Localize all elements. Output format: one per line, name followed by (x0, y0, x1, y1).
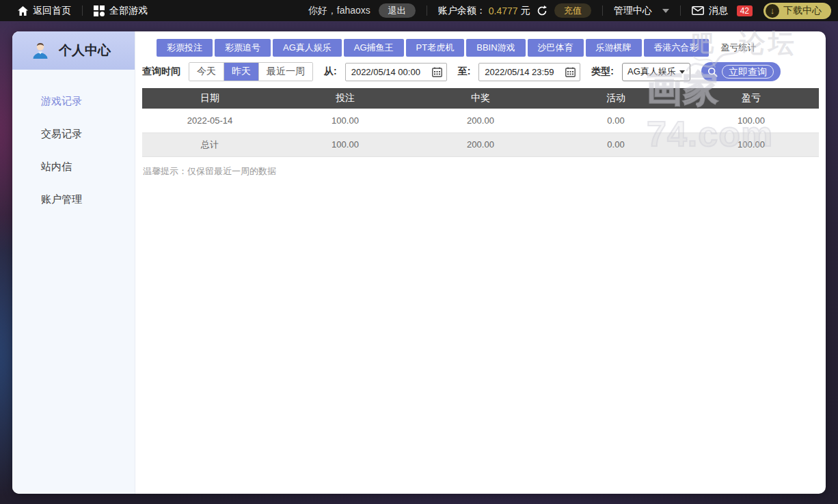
sidebar-item-site-messages[interactable]: 站内信 (12, 150, 135, 183)
messages-count-badge: 42 (737, 5, 753, 16)
recharge-button[interactable]: 充值 (554, 3, 591, 18)
filter-today-button[interactable]: 今天 (189, 63, 224, 81)
quick-range-group: 今天 昨天 最近一周 (189, 62, 313, 81)
tab-bbin-games[interactable]: BBIN游戏 (466, 39, 525, 57)
tab-ag-live[interactable]: AG真人娱乐 (273, 39, 342, 57)
balance-label: 账户余额： (438, 5, 486, 17)
col-header-win: 中奖 (413, 88, 548, 109)
cell-bet: 100.00 (278, 109, 413, 132)
retention-tip: 温馨提示：仅保留最近一周的数据 (143, 165, 819, 178)
query-button[interactable]: 立即查询 (701, 62, 781, 81)
home-link[interactable]: 返回首页 (18, 5, 71, 17)
download-icon: ↓ (766, 4, 779, 18)
cell-total-profit: 100.00 (684, 132, 819, 156)
topbar-divider (602, 5, 603, 16)
avatar (30, 40, 51, 61)
all-games-icon (94, 5, 105, 16)
cell-win: 200.00 (413, 109, 548, 132)
to-date-field (478, 63, 580, 81)
calendar-icon[interactable] (565, 67, 576, 77)
all-games-label: 全部游戏 (109, 5, 148, 17)
table-row: 2022-05-14 100.00 200.00 0.00 100.00 (142, 109, 819, 132)
personal-center-panel: 个人中心 游戏记录 交易记录 站内信 账户管理 彩票投注 彩票追号 AG真人娱乐… (12, 31, 826, 494)
from-date-input[interactable] (351, 67, 428, 77)
sidebar-item-transaction-records[interactable]: 交易记录 (12, 117, 135, 150)
type-select-value: AG真人娱乐 (627, 66, 676, 78)
col-header-activity: 活动 (548, 88, 684, 109)
cell-total-activity: 0.00 (548, 132, 684, 156)
to-date-input[interactable] (485, 67, 561, 77)
game-records-table: 日期 投注 中奖 活动 盈亏 2022-05-14 100.00 200.00 … (142, 88, 819, 157)
main-content: 彩票投注 彩票追号 AG真人娱乐 AG捕鱼王 PT老虎机 BBIN游戏 沙巴体育… (135, 31, 826, 494)
home-label: 返回首页 (33, 5, 71, 17)
messages-link[interactable]: 消息 42 (692, 5, 753, 17)
balance-unit: 元 (521, 5, 530, 17)
table-header-row: 日期 投注 中奖 活动 盈亏 (142, 88, 819, 109)
game-type-tabs: 彩票投注 彩票追号 AG真人娱乐 AG捕鱼王 PT老虎机 BBIN游戏 沙巴体育… (157, 39, 819, 57)
admin-center-label: 管理中心 (614, 5, 652, 17)
download-center-button[interactable]: ↓ 下载中心 (763, 3, 831, 19)
greeting-text: 你好，fahaoxs (308, 5, 370, 17)
topbar-divider (427, 5, 427, 16)
messages-label: 消息 (709, 5, 728, 17)
tab-profit-stats[interactable]: 盈亏统计 (711, 39, 767, 57)
download-label: 下载中心 (783, 5, 822, 17)
type-label: 类型: (591, 66, 614, 78)
cell-activity: 0.00 (548, 109, 684, 132)
cell-profit: 100.00 (684, 109, 819, 132)
filter-yesterday-button[interactable]: 昨天 (224, 63, 258, 81)
col-header-date: 日期 (142, 88, 278, 109)
col-header-profit: 盈亏 (684, 88, 819, 109)
type-select[interactable]: AG真人娱乐 (622, 63, 690, 81)
cell-total-label: 总计 (142, 132, 278, 156)
sidebar-header: 个人中心 (12, 31, 135, 70)
from-date-field (345, 63, 447, 81)
calendar-icon[interactable] (432, 67, 442, 77)
tab-ag-fishing[interactable]: AG捕鱼王 (344, 39, 404, 57)
filter-bar: 查询时间 今天 昨天 最近一周 从: 至: (142, 62, 819, 81)
chevron-down-icon (662, 9, 669, 13)
refresh-balance-icon[interactable] (537, 5, 548, 16)
table-total-row: 总计 100.00 200.00 0.00 100.00 (142, 132, 819, 156)
col-header-bet: 投注 (278, 88, 413, 109)
cell-date: 2022-05-14 (142, 109, 278, 132)
balance-value: 0.4777 (489, 5, 518, 16)
home-icon (18, 6, 28, 16)
query-button-label: 立即查询 (722, 65, 774, 79)
tab-lottery-bet[interactable]: 彩票投注 (157, 39, 213, 57)
sidebar: 个人中心 游戏记录 交易记录 站内信 账户管理 (12, 31, 135, 494)
search-icon (707, 67, 718, 77)
cell-total-bet: 100.00 (278, 132, 413, 156)
tab-pt-slots[interactable]: PT老虎机 (406, 39, 465, 57)
query-time-label: 查询时间 (142, 66, 180, 78)
from-label: 从: (324, 66, 337, 78)
topbar: 返回首页 全部游戏 你好，fahaoxs 退出 账户余额： 0.4777 元 充… (0, 0, 838, 21)
chevron-down-icon (679, 70, 685, 74)
to-label: 至: (458, 66, 471, 78)
cell-total-win: 200.00 (413, 132, 548, 156)
tab-lottery-chase[interactable]: 彩票追号 (215, 39, 271, 57)
admin-center-menu[interactable]: 管理中心 (614, 5, 669, 17)
logout-button[interactable]: 退出 (379, 3, 416, 18)
topbar-divider (680, 5, 681, 16)
tab-hk-lottery[interactable]: 香港六合彩 (644, 39, 709, 57)
filter-lastweek-button[interactable]: 最近一周 (258, 63, 312, 81)
sidebar-item-account-management[interactable]: 账户管理 (12, 183, 135, 216)
mail-icon (692, 6, 704, 15)
sidebar-item-game-records[interactable]: 游戏记录 (12, 85, 135, 117)
tab-shaba-sports[interactable]: 沙巴体育 (528, 39, 584, 57)
all-games-link[interactable]: 全部游戏 (94, 5, 148, 17)
sidebar-title: 个人中心 (59, 42, 111, 59)
topbar-divider (82, 5, 83, 16)
tab-leyou-chess[interactable]: 乐游棋牌 (586, 39, 642, 57)
